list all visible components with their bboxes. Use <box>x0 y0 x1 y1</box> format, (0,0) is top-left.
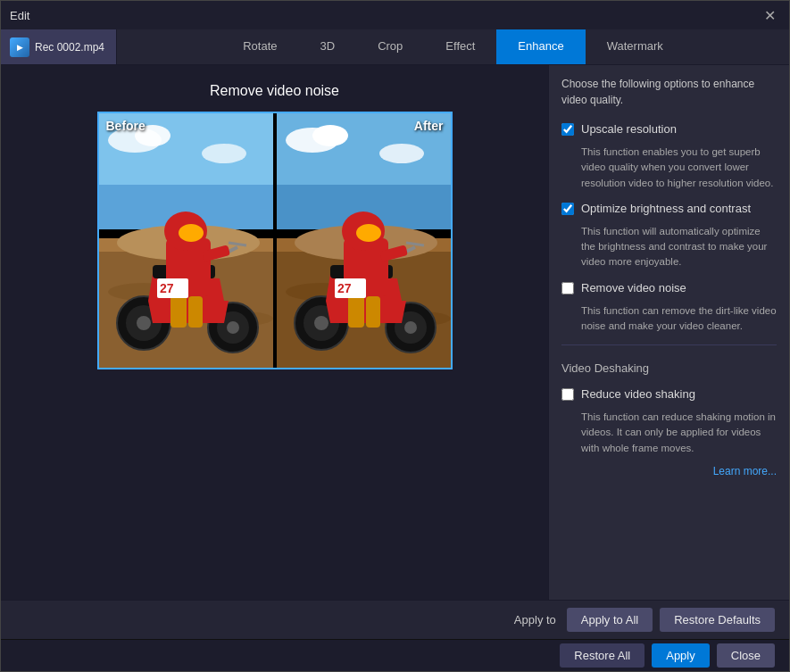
svg-point-33 <box>379 144 424 163</box>
svg-point-4 <box>202 144 246 163</box>
main-content: Remove video noise Before <box>1 65 789 600</box>
noise-option-row: Remove video noise <box>561 281 777 295</box>
noise-label: Remove video noise <box>581 281 686 295</box>
window-title: Edit <box>10 9 29 22</box>
svg-point-15 <box>227 321 239 334</box>
preview-panel: Remove video noise Before <box>1 65 548 600</box>
tab-effect[interactable]: Effect <box>424 29 496 64</box>
learn-more-link[interactable]: Learn more... <box>561 465 777 477</box>
file-icon: ▶ <box>10 37 29 57</box>
upscale-label: Upscale resolution <box>581 122 677 136</box>
settings-panel: Choose the following options to enhance … <box>548 65 789 600</box>
after-moto: 27 <box>277 113 451 368</box>
apply-button[interactable]: Apply <box>652 643 710 668</box>
svg-rect-51 <box>366 296 380 328</box>
svg-point-12 <box>137 316 151 330</box>
svg-point-55 <box>356 224 381 242</box>
after-image: After <box>277 113 451 368</box>
deshake-checkbox[interactable] <box>561 388 574 401</box>
apply-to-all-button[interactable]: Apply to All <box>567 608 653 632</box>
brightness-option-row: Optimize brightness and contrast <box>561 202 777 215</box>
before-label: Before <box>106 119 146 133</box>
brightness-label: Optimize brightness and contrast <box>581 202 751 215</box>
nav-tabs: Rotate 3D Crop Effect Enhance Watermark <box>117 29 789 64</box>
deshake-desc: This function can reduce shaking motion … <box>581 410 777 456</box>
svg-point-26 <box>179 224 204 242</box>
tab-rotate[interactable]: Rotate <box>221 29 298 64</box>
file-tab[interactable]: ▶ Rec 0002.mp4 <box>1 29 117 64</box>
preview-images: Before <box>97 112 453 369</box>
upscale-checkbox[interactable] <box>561 123 574 136</box>
after-label: After <box>414 119 444 133</box>
svg-text:27: 27 <box>337 281 352 295</box>
divider <box>561 344 777 345</box>
before-image: Before <box>99 113 273 368</box>
close-window-button[interactable]: ✕ <box>759 4 780 26</box>
tab-3d[interactable]: 3D <box>299 29 357 64</box>
svg-point-32 <box>312 125 348 146</box>
noise-desc: This function can remove the dirt-like v… <box>581 303 777 335</box>
upscale-option-row: Upscale resolution <box>561 122 777 136</box>
svg-point-44 <box>404 321 417 334</box>
footer-bar: Restore All Apply Close <box>1 639 789 671</box>
brightness-desc: This function will automatically optimiz… <box>581 224 777 270</box>
settings-intro: Choose the following options to enhance … <box>561 76 777 108</box>
before-moto: 27 <box>99 113 273 368</box>
title-bar: Edit ✕ <box>1 1 789 29</box>
tab-enhance[interactable]: Enhance <box>496 29 585 64</box>
restore-all-button[interactable]: Restore All <box>560 643 644 668</box>
noise-checkbox[interactable] <box>561 282 574 295</box>
brightness-checkbox[interactable] <box>561 203 574 215</box>
tab-crop[interactable]: Crop <box>356 29 424 64</box>
svg-point-41 <box>314 316 328 330</box>
close-button[interactable]: Close <box>717 643 775 668</box>
apply-to-label: Apply to <box>514 613 556 626</box>
tab-watermark[interactable]: Watermark <box>586 29 685 64</box>
svg-text:27: 27 <box>160 281 174 295</box>
deshaking-section-header: Video Deshaking <box>561 361 777 375</box>
svg-rect-22 <box>188 296 203 328</box>
file-tab-name: Rec 0002.mp4 <box>35 41 104 54</box>
deshake-label: Reduce video shaking <box>581 387 695 401</box>
upscale-desc: This function enables you to get superb … <box>581 145 777 191</box>
bottom-bar: Apply to Apply to All Restore Defaults <box>1 600 789 639</box>
edit-window: Edit ✕ ▶ Rec 0002.mp4 Rotate 3D Crop Eff… <box>0 0 790 672</box>
preview-title: Remove video noise <box>210 83 339 99</box>
deshake-option-row: Reduce video shaking <box>561 387 777 401</box>
tab-bar: ▶ Rec 0002.mp4 Rotate 3D Crop Effect Enh… <box>1 29 789 65</box>
restore-defaults-button[interactable]: Restore Defaults <box>660 608 775 632</box>
